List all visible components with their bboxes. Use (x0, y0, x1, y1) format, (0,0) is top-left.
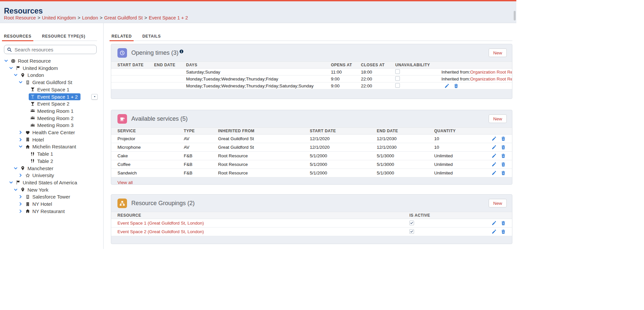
chevron-down-icon[interactable] (14, 73, 18, 77)
scrollbar-thumb[interactable] (514, 11, 516, 20)
search-input[interactable]: Search resources (4, 45, 97, 54)
tree-item-label-group[interactable]: United States of America (14, 179, 80, 186)
checkbox[interactable] (395, 83, 400, 88)
info-icon[interactable] (179, 49, 184, 54)
tree-item[interactable]: NY Hotel (0, 201, 99, 208)
chevron-right-icon[interactable] (18, 130, 23, 135)
tree-item[interactable]: London (0, 72, 99, 79)
edit-icon[interactable] (492, 170, 497, 175)
tree-item[interactable]: Meeting Room 3 (0, 122, 99, 129)
tree-item-label-group[interactable]: Hotel (24, 136, 47, 143)
edit-icon[interactable] (492, 145, 497, 150)
inherited-from-link[interactable]: Organization Root Resource . (470, 77, 512, 81)
chevron-right-icon[interactable] (18, 138, 23, 142)
tree-item-menu-button[interactable] (91, 94, 98, 100)
tree-item-label-group[interactable]: Event Space 1 (29, 86, 72, 93)
tree-item[interactable]: Event Space 2 (0, 100, 99, 108)
new-button[interactable]: New (489, 199, 507, 207)
checkbox-checked[interactable] (409, 221, 414, 225)
delete-icon[interactable] (501, 153, 506, 158)
chevron-right-icon[interactable] (18, 202, 23, 206)
tree-item[interactable]: Table 2 (0, 158, 99, 165)
edit-icon[interactable] (492, 229, 497, 234)
chevron-down-icon[interactable] (9, 66, 13, 70)
tree-item-label-group[interactable]: Manchester (19, 165, 56, 172)
chevron-right-icon[interactable] (18, 209, 23, 213)
edit-icon[interactable] (492, 162, 497, 167)
tree-item[interactable]: Hotel (0, 136, 99, 143)
inherited-from-link[interactable]: Organization Root Resource . (470, 70, 512, 75)
tree-item[interactable]: University (0, 172, 99, 179)
tree-item-label-group[interactable]: London (19, 72, 47, 78)
tree-item-label-group[interactable]: Health Care Center (24, 129, 78, 136)
tree-item-label-group[interactable]: NY Restaurant (24, 208, 67, 215)
tree-item-label-group[interactable]: Event Space 1 + 2 (29, 93, 80, 100)
tree-item-label-group[interactable]: NY Hotel (24, 201, 55, 207)
tree-item[interactable]: Meeting Room 2 (0, 115, 99, 122)
delete-icon[interactable] (501, 221, 506, 226)
tree-item[interactable]: Health Care Center (0, 129, 99, 136)
delete-icon[interactable] (501, 170, 506, 175)
chevron-right-icon[interactable] (18, 195, 23, 199)
edit-icon[interactable] (492, 153, 497, 158)
main-tab[interactable]: RELATED (111, 32, 132, 41)
view-all-link[interactable]: View all (117, 180, 133, 185)
tree-item[interactable]: Manchester (0, 165, 99, 172)
chevron-down-icon[interactable] (18, 80, 23, 84)
chevron-down-icon[interactable] (14, 188, 18, 192)
tree-item[interactable]: Event Space 1 (0, 86, 99, 93)
breadcrumb-link[interactable]: United Kingdom (42, 15, 76, 20)
delete-icon[interactable] (501, 162, 506, 167)
edit-icon[interactable] (492, 136, 497, 141)
tree-item[interactable]: United States of America (0, 179, 99, 186)
tree-item[interactable]: Michelin Restaurant (0, 143, 99, 150)
breadcrumb-link[interactable]: Event Space 1 + 2 (149, 15, 188, 20)
tree-item[interactable]: New York (0, 186, 99, 194)
tree-item-label-group[interactable]: Table 1 (29, 150, 56, 157)
tree-item-label-group[interactable]: United Kingdom (14, 65, 61, 72)
new-button[interactable]: New (489, 48, 507, 57)
tree-item[interactable]: Table 1 (0, 150, 99, 158)
chevron-down-icon[interactable] (18, 144, 23, 149)
edit-icon[interactable] (492, 221, 497, 226)
breadcrumb-link[interactable]: London (82, 15, 98, 20)
tree-item-label-group[interactable]: University (24, 172, 57, 179)
tree-item-label-group[interactable]: Root Resource (9, 57, 53, 64)
tree-item[interactable]: Salesforce Tower (0, 193, 99, 201)
breadcrumb-link[interactable]: Great Guildford St (104, 15, 143, 20)
chevron-down-icon[interactable] (4, 59, 8, 63)
delete-icon[interactable] (501, 229, 506, 234)
tree-item-label-group[interactable]: Event Space 2 (29, 100, 72, 107)
resource-link[interactable]: Event Space 1 (Great Guildford St, Londo… (117, 221, 409, 226)
chevron-right-icon[interactable] (18, 173, 23, 177)
tree-item[interactable]: Root Resource (0, 57, 99, 65)
tree-item[interactable]: Great Guildford St (0, 79, 99, 86)
tree-item-label-group[interactable]: Michelin Restaurant (24, 143, 79, 150)
resource-link[interactable]: Event Space 2 (Great Guildford St, Londo… (117, 229, 409, 234)
chevron-down-icon[interactable] (9, 180, 13, 185)
tree-item-label-group[interactable]: New York (19, 186, 51, 193)
tree-item-label-group[interactable]: Meeting Room 1 (29, 108, 76, 114)
tree-item-label-group[interactable]: Meeting Room 3 (29, 122, 76, 129)
breadcrumb-link[interactable]: Root Resource (4, 15, 36, 20)
main-tab[interactable]: DETAILS (142, 32, 161, 41)
sidebar-tab[interactable]: RESOURCE TYPE(S) (41, 32, 86, 41)
delete-icon[interactable] (501, 145, 506, 150)
tree-item-label-group[interactable]: Table 2 (29, 158, 56, 165)
tree-item-label-group[interactable]: Great Guildford St (24, 79, 75, 86)
tree-item[interactable]: Event Space 1 + 2 (0, 93, 99, 101)
checkbox-checked[interactable] (409, 229, 414, 234)
sidebar-tab[interactable]: RESOURCES (3, 32, 32, 41)
tree-item[interactable]: United Kingdom (0, 65, 99, 72)
tree-item[interactable]: NY Restaurant (0, 208, 99, 215)
new-button[interactable]: New (489, 114, 507, 123)
tree-item-label-group[interactable]: Meeting Room 2 (29, 115, 76, 122)
checkbox[interactable] (395, 69, 400, 74)
delete-icon[interactable] (501, 136, 506, 141)
checkbox[interactable] (395, 76, 400, 81)
tree-item-label-group[interactable]: Salesforce Tower (24, 193, 73, 200)
delete-icon[interactable] (454, 83, 459, 88)
tree-item[interactable]: Meeting Room 1 (0, 108, 99, 115)
edit-icon[interactable] (444, 83, 449, 88)
chevron-down-icon[interactable] (14, 166, 18, 170)
